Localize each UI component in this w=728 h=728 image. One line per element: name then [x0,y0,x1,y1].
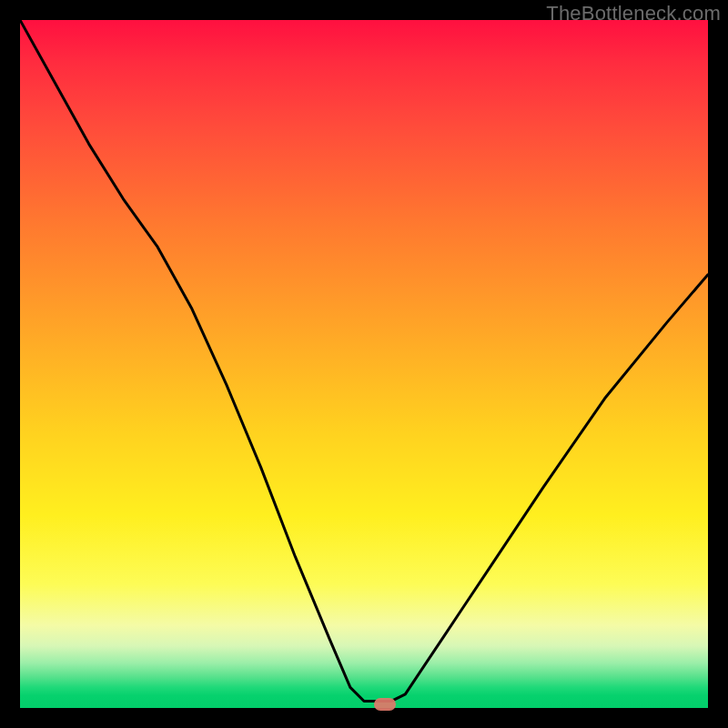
plot-area [20,20,708,708]
watermark-text: TheBottleneck.com [546,2,721,25]
optimal-marker [374,698,396,711]
curve-path [20,20,708,701]
chart-frame: TheBottleneck.com [0,0,728,728]
bottleneck-curve [20,20,708,708]
